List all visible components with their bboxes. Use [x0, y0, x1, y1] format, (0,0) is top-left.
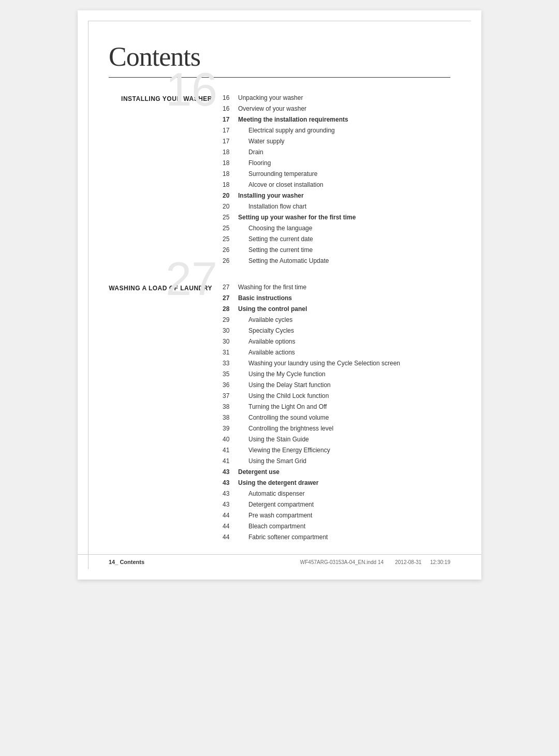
toc-label: Electrical supply and grounding: [238, 126, 450, 135]
section-left-washing: WASHING A LOAD OF LAUNDRY27: [109, 283, 223, 292]
toc-num: 43: [223, 500, 238, 509]
content-area: INSTALLING YOUR WASHER1616Unpacking your…: [109, 93, 450, 559]
toc-entry: 43Automatic dispenser: [223, 489, 450, 498]
toc-label: Using the Child Lock function: [238, 391, 450, 401]
toc-entry: 44Fabric softener compartment: [223, 532, 450, 542]
toc-entry: 29Available cycles: [223, 315, 450, 324]
toc-label: Automatic dispenser: [238, 489, 450, 498]
toc-num: 16: [223, 104, 238, 113]
toc-label: Water supply: [238, 137, 450, 146]
toc-label: Specialty Cycles: [238, 326, 450, 335]
toc-label: Installing your washer: [238, 191, 450, 200]
toc-label: Setting the current date: [238, 234, 450, 244]
toc-num: 44: [223, 532, 238, 542]
toc-label: Using the control panel: [238, 304, 450, 314]
toc-entry: 17Electrical supply and grounding: [223, 126, 450, 135]
toc-label: Using the detergent drawer: [238, 478, 450, 487]
section-number-bg-washing: 27: [166, 256, 217, 302]
toc-entry: 44Bleach compartment: [223, 522, 450, 531]
toc-num: 38: [223, 402, 238, 411]
toc-entry: 40Using the Stain Guide: [223, 435, 450, 444]
toc-label: Using the My Cycle function: [238, 369, 450, 379]
toc-label: Drain: [238, 147, 450, 157]
footer-file: WF457ARG-03153A-04_EN.indd 14 2012-08-31…: [300, 559, 450, 565]
toc-entry: 25Setting up your washer for the first t…: [223, 213, 450, 222]
toc-num: 40: [223, 435, 238, 444]
footer: 14_ Contents WF457ARG-03153A-04_EN.indd …: [78, 554, 481, 569]
toc-num: 36: [223, 380, 238, 390]
toc-num: 18: [223, 180, 238, 189]
toc-entry: 16Overview of your washer: [223, 104, 450, 113]
toc-num: 35: [223, 369, 238, 379]
toc-entry: 18Surrounding temperature: [223, 169, 450, 179]
toc-num: 27: [223, 293, 238, 303]
toc-num: 41: [223, 446, 238, 455]
toc-label: Available cycles: [238, 315, 450, 324]
toc-entry: 30Specialty Cycles: [223, 326, 450, 335]
toc-entry: 26Setting the Automatic Update: [223, 256, 450, 265]
toc-entry: 35Using the My Cycle function: [223, 369, 450, 379]
toc-num: 29: [223, 315, 238, 324]
toc-num: 18: [223, 147, 238, 157]
toc-label: Washing your laundry using the Cycle Sel…: [238, 359, 450, 368]
toc-entry: 27Washing for the first time: [223, 283, 450, 292]
toc-label: Installation flow chart: [238, 202, 450, 211]
toc-entry: 44Pre wash compartment: [223, 511, 450, 520]
section-left-installing: INSTALLING YOUR WASHER16: [109, 93, 223, 102]
toc-label: Using the Delay Start function: [238, 380, 450, 390]
page-title: Contents: [109, 41, 450, 72]
toc-entry: 28Using the control panel: [223, 304, 450, 314]
toc-num: 43: [223, 478, 238, 487]
toc-num: 26: [223, 256, 238, 265]
toc-num: 25: [223, 224, 238, 233]
footer-page-label: 14_ Contents: [109, 559, 144, 565]
toc-label: Washing for the first time: [238, 283, 450, 292]
toc-entry: 17Meeting the installation requirements: [223, 115, 450, 124]
toc-label: Controlling the brightness level: [238, 424, 450, 433]
toc-label: Fabric softener compartment: [238, 532, 450, 542]
toc-entry: 43Using the detergent drawer: [223, 478, 450, 487]
toc-num: 20: [223, 191, 238, 200]
toc-num: 39: [223, 424, 238, 433]
toc-label: Detergent use: [238, 467, 450, 477]
toc-entry: 18Alcove or closet installation: [223, 180, 450, 189]
toc-num: 30: [223, 337, 238, 346]
toc-entry: 43Detergent use: [223, 467, 450, 477]
toc-num: 30: [223, 326, 238, 335]
title-section: Contents: [109, 41, 450, 78]
toc-num: 31: [223, 348, 238, 357]
toc-num: 41: [223, 456, 238, 466]
section-number-bg-installing: 16: [166, 66, 217, 113]
toc-num: 44: [223, 522, 238, 531]
toc-label: Setting up your washer for the first tim…: [238, 213, 450, 222]
toc-entry: 33Washing your laundry using the Cycle S…: [223, 359, 450, 368]
toc-entry: 18Flooring: [223, 158, 450, 168]
toc-num: 38: [223, 413, 238, 422]
toc-label: Unpacking your washer: [238, 93, 450, 102]
toc-entry: 30Available options: [223, 337, 450, 346]
toc-num: 18: [223, 169, 238, 179]
toc-num: 27: [223, 283, 238, 292]
toc-entry: 17Water supply: [223, 137, 450, 146]
toc-label: Setting the current time: [238, 245, 450, 255]
toc-label: Available actions: [238, 348, 450, 357]
toc-num: 25: [223, 234, 238, 244]
toc-label: Surrounding temperature: [238, 169, 450, 179]
toc-num: 25: [223, 213, 238, 222]
toc-label: Alcove or closet installation: [238, 180, 450, 189]
toc-label: Controlling the sound volume: [238, 413, 450, 422]
toc-num: 37: [223, 391, 238, 401]
toc-entry: 27Basic instructions: [223, 293, 450, 303]
toc-entry: 16Unpacking your washer: [223, 93, 450, 102]
section-installing: INSTALLING YOUR WASHER1616Unpacking your…: [109, 93, 450, 267]
toc-label: Setting the Automatic Update: [238, 256, 450, 265]
toc-label: Flooring: [238, 158, 450, 168]
section-washing: WASHING A LOAD OF LAUNDRY2727Washing for…: [109, 283, 450, 543]
toc-entry: 37Using the Child Lock function: [223, 391, 450, 401]
toc-label: Detergent compartment: [238, 500, 450, 509]
toc-num: 43: [223, 467, 238, 477]
toc-entry: 41Using the Smart Grid: [223, 456, 450, 466]
toc-entry: 20Installation flow chart: [223, 202, 450, 211]
toc-entry: 25Setting the current date: [223, 234, 450, 244]
toc-label: Using the Smart Grid: [238, 456, 450, 466]
